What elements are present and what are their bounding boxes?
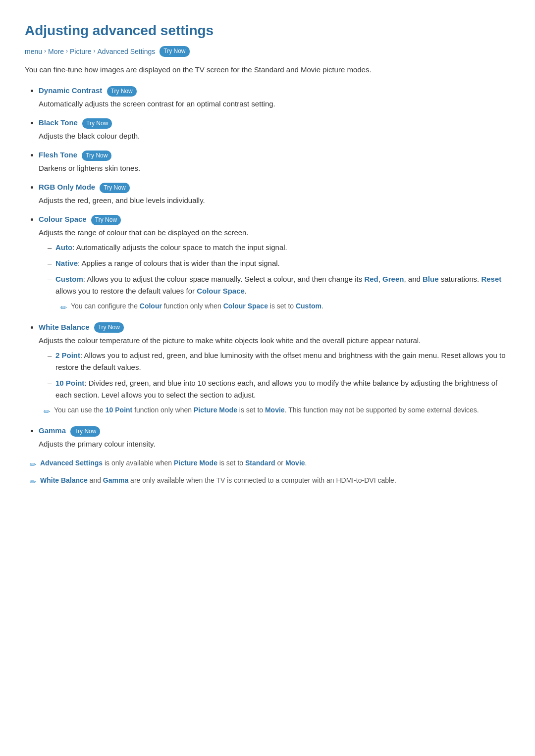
sub-term-reset[interactable]: Reset: [481, 275, 501, 283]
item-title-black-tone[interactable]: Black Tone: [39, 118, 78, 127]
list-item-black-tone: Black Tone Try Now Adjusts the black col…: [39, 117, 510, 142]
white-balance-sub-list: 2 Point: Allows you to adjust red, green…: [39, 350, 510, 401]
sub-term-blue[interactable]: Blue: [423, 275, 439, 283]
item-desc-flesh-tone: Darkens or lightens skin tones.: [39, 162, 510, 174]
sub-item-10point: 10 Point: Divides red, green, and blue i…: [48, 377, 510, 401]
sub-term-red[interactable]: Red: [364, 275, 378, 283]
note-icon-white-balance: ✏: [44, 405, 50, 418]
item-desc-white-balance: Adjusts the colour temperature of the pi…: [39, 335, 510, 347]
item-title-gamma[interactable]: Gamma: [39, 426, 66, 435]
try-now-flesh-tone[interactable]: Try Now: [82, 151, 111, 161]
try-now-colour-space[interactable]: Try Now: [91, 215, 121, 225]
sub-term-auto[interactable]: Auto: [55, 243, 72, 252]
item-desc-dynamic-contrast: Automatically adjusts the screen contras…: [39, 98, 510, 110]
sub-item-2point: 2 Point: Allows you to adjust red, green…: [48, 350, 510, 373]
sub-item-native: Native: Applies a range of colours that …: [48, 257, 510, 269]
try-now-rgb-only[interactable]: Try Now: [100, 183, 129, 193]
breadcrumb-sep1: ›: [44, 47, 46, 56]
try-now-dynamic-contrast[interactable]: Try Now: [107, 86, 137, 97]
try-now-black-tone[interactable]: Try Now: [82, 118, 112, 129]
breadcrumb: menu › More › Picture › Advanced Setting…: [25, 46, 510, 57]
page-note-icon-2: ✏: [30, 476, 36, 489]
breadcrumb-sep2: ›: [66, 47, 68, 56]
breadcrumb-advanced[interactable]: Advanced Settings: [98, 46, 156, 57]
item-title-rgb-only[interactable]: RGB Only Mode: [39, 183, 95, 191]
page-note-text-2: White Balance and Gamma are only availab…: [40, 475, 396, 486]
page-notes: ✏ Advanced Settings is only available wh…: [25, 458, 510, 488]
intro-text: You can fine-tune how images are display…: [25, 64, 510, 76]
page-title: Adjusting advanced settings: [25, 20, 510, 42]
page-note-icon-1: ✏: [30, 458, 36, 471]
colour-space-sub-list: Auto: Automatically adjusts the colour s…: [39, 242, 510, 297]
breadcrumb-picture[interactable]: Picture: [70, 46, 92, 57]
page-note-2: ✏ White Balance and Gamma are only avail…: [25, 475, 510, 489]
page-note-1: ✏ Advanced Settings is only available wh…: [25, 458, 510, 471]
breadcrumb-menu[interactable]: menu: [25, 46, 42, 57]
item-desc-gamma: Adjusts the primary colour intensity.: [39, 438, 510, 450]
list-item-flesh-tone: Flesh Tone Try Now Darkens or lightens s…: [39, 149, 510, 174]
list-item-rgb-only: RGB Only Mode Try Now Adjusts the red, g…: [39, 181, 510, 206]
breadcrumb-sep3: ›: [94, 47, 96, 56]
item-desc-colour-space: Adjusts the range of colour that can be …: [39, 227, 510, 239]
page-note-text-1: Advanced Settings is only available when…: [40, 458, 307, 468]
item-title-colour-space[interactable]: Colour Space: [39, 215, 87, 223]
sub-term-10point[interactable]: 10 Point: [55, 379, 84, 387]
item-title-dynamic-contrast[interactable]: Dynamic Contrast: [39, 86, 102, 95]
sub-text-auto: : Automatically adjusts the colour space…: [72, 243, 287, 252]
note-icon-colour-space: ✏: [60, 302, 67, 314]
sub-term-native[interactable]: Native: [55, 259, 78, 267]
sub-text-custom: : Allows you to adjust the colour space …: [83, 275, 365, 283]
sub-text-native: : Applies a range of colours that is wid…: [78, 259, 280, 267]
breadcrumb-try-now[interactable]: Try Now: [160, 46, 189, 56]
try-now-gamma[interactable]: Try Now: [70, 426, 100, 437]
sub-term-custom[interactable]: Custom: [55, 275, 83, 283]
note-text-white-balance: You can use the 10 Point function only w…: [54, 405, 479, 415]
sub-text-10point: : Divides red, green, and blue into 10 s…: [55, 379, 497, 399]
sub-item-auto: Auto: Automatically adjusts the colour s…: [48, 242, 510, 253]
item-desc-black-tone: Adjusts the black colour depth.: [39, 130, 510, 142]
sub-text-2point: : Allows you to adjust red, green, and b…: [55, 351, 506, 371]
sub-term-colour-space-ref[interactable]: Colour Space: [197, 287, 245, 295]
list-item-white-balance: White Balance Try Now Adjusts the colour…: [39, 321, 510, 418]
sub-term-2point[interactable]: 2 Point: [55, 351, 80, 359]
breadcrumb-more[interactable]: More: [48, 46, 64, 57]
list-item-gamma: Gamma Try Now Adjusts the primary colour…: [39, 425, 510, 450]
item-desc-rgb-only: Adjusts the red, green, and blue levels …: [39, 195, 510, 206]
sub-term-green[interactable]: Green: [382, 275, 404, 283]
sub-item-custom: Custom: Allows you to adjust the colour …: [48, 273, 510, 297]
try-now-white-balance[interactable]: Try Now: [94, 322, 124, 333]
main-list: Dynamic Contrast Try Now Automatically a…: [25, 85, 510, 450]
note-white-balance: ✏ You can use the 10 Point function only…: [39, 405, 510, 418]
note-colour-space: ✏ You can configure the Colour function …: [39, 301, 510, 314]
list-item-colour-space: Colour Space Try Now Adjusts the range o…: [39, 213, 510, 314]
item-title-white-balance[interactable]: White Balance: [39, 323, 90, 331]
list-item-dynamic-contrast: Dynamic Contrast Try Now Automatically a…: [39, 85, 510, 110]
item-title-flesh-tone[interactable]: Flesh Tone: [39, 151, 77, 159]
note-text-colour-space: You can configure the Colour function on…: [71, 301, 323, 311]
